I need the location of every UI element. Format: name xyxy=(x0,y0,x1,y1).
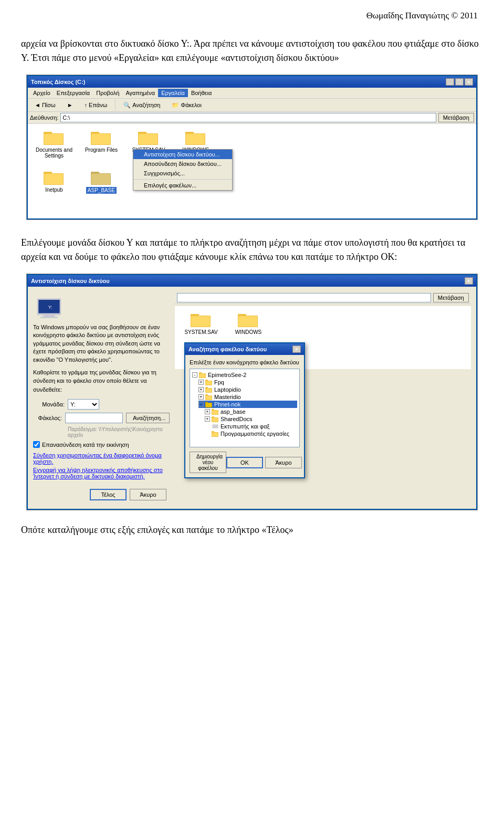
menu-favorites[interactable]: Αγαπημένα xyxy=(122,89,158,97)
address-input[interactable] xyxy=(60,113,436,122)
tree-item-1[interactable]: + Fpq xyxy=(198,379,297,386)
paragraph-1: αρχεία να βρίσκονται στο δικτυακό δίσκο … xyxy=(21,37,483,65)
menu-help[interactable]: Βοήθεια xyxy=(188,89,215,97)
folder-label-documents: Documents and Settings xyxy=(33,147,75,159)
paragraph-1-text: αρχεία να βρίσκονται στο δικτυακό δίσκο … xyxy=(21,38,479,63)
tree-item-3[interactable]: + Masteridio xyxy=(198,393,297,401)
tree-item-8[interactable]: Προγραμματιστές εργασίες xyxy=(205,430,297,437)
browse-titlebar: Αναζήτηση φακέλου δικτύου × xyxy=(185,343,304,355)
drive-label: Μονάδα: xyxy=(33,401,65,407)
tree-item-4[interactable]: - Phnet-nok xyxy=(198,401,297,408)
go-button[interactable]: Μετάβαση xyxy=(438,113,474,122)
menu-edit[interactable]: Επεξεργασία xyxy=(54,89,93,97)
folder-label-aspbase: ASP_BASE xyxy=(86,187,117,194)
tree-expand-4[interactable]: - xyxy=(198,402,204,407)
svg-rect-39 xyxy=(205,394,208,396)
dialog-description: Τα Windows μπορούν να σας βοηθήσουν σε έ… xyxy=(33,323,170,364)
folder-row: Φάκελος: Αναζήτηση... xyxy=(33,413,170,423)
svg-rect-20 xyxy=(43,315,55,317)
explorer-window: Τοπικός Δίσκος (C:) _ □ × Αρχείο Επεξεργ… xyxy=(27,75,477,219)
tree-expand-3[interactable]: + xyxy=(198,394,204,400)
browse-content: Επιλέξτε έναν κοινόχρηστο φάκελο δικτύου… xyxy=(185,355,304,477)
right-address-input[interactable] xyxy=(177,293,431,302)
paragraph-2-text: Επιλέγουμε μονάδα δίσκου Υ και πατάμε το… xyxy=(21,237,466,262)
menu-view[interactable]: Προβολή xyxy=(93,89,122,97)
tree-item-6[interactable]: + SharedDocs xyxy=(205,415,297,423)
svg-rect-36 xyxy=(205,387,208,389)
folder-systemsav-right[interactable]: SYSTEM.SAV xyxy=(180,311,222,335)
close-button[interactable]: × xyxy=(465,78,473,86)
dropdown-folder-options[interactable]: Επιλογές φακέλων... xyxy=(133,181,232,190)
tree-item-2[interactable]: + Laptopidio xyxy=(198,386,297,393)
folder-input[interactable] xyxy=(65,413,123,423)
menu-tools[interactable]: Εργαλεία xyxy=(158,89,188,97)
tree-expand-6[interactable]: + xyxy=(205,416,210,422)
tree-expand-1[interactable]: + xyxy=(198,380,204,385)
browse-prompt: Επιλέξτε έναν κοινόχρηστο φάκελο δικτύου xyxy=(190,359,300,365)
drive-select[interactable]: Y: xyxy=(68,399,99,410)
explorer-content: Documents and Settings Program Files xyxy=(28,124,476,218)
svg-text:Y:: Y: xyxy=(48,305,52,310)
right-go-button[interactable]: Μετάβαση xyxy=(433,293,469,302)
paragraph-2: Επιλέγουμε μονάδα δίσκου Υ και πατάμε το… xyxy=(21,236,483,264)
explorer-titlebar: Τοπικός Δίσκος (C:) _ □ × xyxy=(28,76,476,88)
browse-ok-button[interactable]: ΟΚ xyxy=(226,457,263,468)
folder-programfiles[interactable]: Program Files xyxy=(80,129,122,159)
svg-rect-8 xyxy=(139,134,158,144)
link-different-user[interactable]: Σύνδεση χρησιμοποιώντας ένα διαφορετικό … xyxy=(33,452,162,465)
tree-expand-5[interactable]: + xyxy=(205,409,210,414)
header: Θωμαΐδης Παναγιώτης © 2011 xyxy=(21,11,483,21)
forward-button[interactable]: ► xyxy=(62,100,78,110)
search-button[interactable]: 🔍 Αναζήτηση xyxy=(119,100,165,110)
dropdown-sync[interactable]: Συγχρονισμός... xyxy=(133,169,232,178)
reconnect-checkbox[interactable] xyxy=(33,441,40,448)
reconnect-label: Επανασύνδεση κατά την εκκίνηση xyxy=(42,442,129,448)
screenshot-1: Τοπικός Δίσκος (C:) _ □ × Αρχείο Επεξεργ… xyxy=(26,75,478,220)
folder-windows-right[interactable]: WINDOWS xyxy=(227,311,269,335)
tree-item-5[interactable]: + asp_base xyxy=(205,408,297,415)
tree-expand-0[interactable]: - xyxy=(192,372,197,378)
cancel-button[interactable]: Άκυρο xyxy=(130,489,166,500)
tree-item-7[interactable]: Εκτυπωτής και φαξ xyxy=(205,423,297,430)
browse-titlebar-buttons: × xyxy=(292,346,301,353)
dropdown-separator xyxy=(133,179,232,180)
new-folder-button[interactable]: Δημιουργία νέου φακέλου xyxy=(190,452,226,473)
svg-rect-33 xyxy=(205,380,208,381)
link-internet-storage[interactable]: Εγγραφή για λήψη ηλεκτρονικής αποθήκευση… xyxy=(33,467,163,473)
folder-label-programfiles: Program Files xyxy=(85,147,118,153)
link-network-server[interactable]: Ίντερνετ ή σύνδεση με δικτυακό διακομιστ… xyxy=(33,473,145,479)
svg-rect-37 xyxy=(206,389,212,392)
links-section: Σύνδεση χρησιμοποιώντας ένα διαφορετικό … xyxy=(33,452,170,479)
maximize-button[interactable]: □ xyxy=(455,78,464,86)
svg-rect-49 xyxy=(212,418,218,422)
folder-documents[interactable]: Documents and Settings xyxy=(33,129,75,159)
folder-inetpub[interactable]: Inetpub xyxy=(33,169,75,194)
up-button[interactable]: ↑ Επάνω xyxy=(80,100,112,110)
minimize-button[interactable]: _ xyxy=(446,78,454,86)
back-button[interactable]: ◄ Πίσω xyxy=(30,100,60,110)
explorer-title: Τοπικός Δίσκος (C:) xyxy=(31,79,85,85)
finish-button[interactable]: Τέλος xyxy=(90,489,127,500)
dropdown-disconnect-drive[interactable]: Αποσύνδεση δίσκου δικτύου... xyxy=(133,159,232,169)
folder-aspbase[interactable]: ASP_BASE xyxy=(80,169,122,194)
svg-rect-30 xyxy=(199,372,202,374)
browse-button[interactable]: Αναζήτηση... xyxy=(126,413,170,423)
browse-close-btn[interactable]: × xyxy=(292,346,301,353)
folder-label-windows-right: WINDOWS xyxy=(235,329,262,335)
tree-expand-2[interactable]: + xyxy=(198,387,204,392)
svg-rect-54 xyxy=(212,433,218,436)
folder-label-inetpub: Inetpub xyxy=(45,187,62,193)
drive-image: Y: xyxy=(33,292,65,323)
tree-item-0[interactable]: - EpimetroSee-2 xyxy=(192,371,297,379)
menu-file[interactable]: Αρχείο xyxy=(30,89,54,97)
folder-label-field: Φάκελος: xyxy=(33,415,62,421)
folders-button[interactable]: 📁 Φάκελοι xyxy=(167,100,206,110)
svg-rect-53 xyxy=(212,431,214,433)
svg-rect-51 xyxy=(213,425,218,428)
right-address-bar: Μετάβαση xyxy=(175,292,471,304)
address-bar: Διεύθυνση: Μετάβαση xyxy=(28,112,476,124)
dropdown-map-drive[interactable]: Αντιστοίχιση δίσκου δικτύου... xyxy=(133,150,232,159)
browse-cancel-button[interactable]: Άκυρο xyxy=(265,457,302,468)
dialog-close-btn[interactable]: × xyxy=(465,277,473,285)
dialog-form: Μονάδα: Y: Φάκελος: Αναζήτηση... Παράδει… xyxy=(33,399,170,479)
